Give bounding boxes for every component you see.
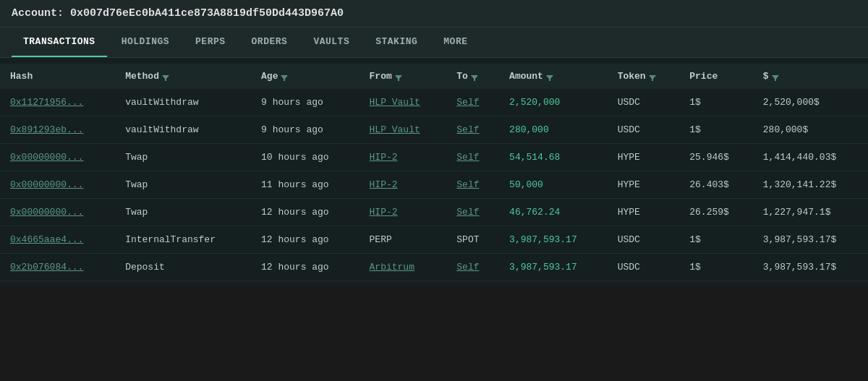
filter-icon[interactable] <box>649 73 656 80</box>
table-row: 0x00000000...Twap12 hours agoHIP-2Self46… <box>0 199 868 226</box>
amount-value: 2,520,000 <box>509 97 560 108</box>
col-header-hash: Hash <box>0 64 115 89</box>
col-header-token[interactable]: Token <box>608 64 680 89</box>
amount-value: 54,514.68 <box>509 152 560 163</box>
to-link[interactable]: Self <box>456 179 479 190</box>
table-row: 0x2b076084...Deposit12 hours agoArbitrum… <box>0 254 868 281</box>
filter-icon[interactable] <box>546 73 553 80</box>
cell-dollar: 1,227,947.1$ <box>753 199 868 226</box>
from-link[interactable]: HIP-2 <box>370 152 398 163</box>
cell-amount: 50,000 <box>499 171 608 199</box>
col-header-age[interactable]: Age <box>251 64 359 89</box>
table-container: HashMethod Age From To Amount Token Pric… <box>0 58 868 287</box>
cell-to[interactable]: Self <box>446 144 499 171</box>
from-link[interactable]: HIP-2 <box>370 179 398 190</box>
from-link[interactable]: HIP-2 <box>370 207 398 218</box>
cell-token: USDC <box>608 89 680 116</box>
cell-from[interactable]: HIP-2 <box>359 199 447 226</box>
table-row: 0x4665aae4...InternalTransfer12 hours ag… <box>0 226 868 254</box>
from-link[interactable]: Arbitrum <box>370 262 414 273</box>
cell-hash[interactable]: 0x891293eb... <box>0 116 115 144</box>
to-link[interactable]: Self <box>456 262 479 273</box>
cell-dollar: 1,320,141.22$ <box>753 171 868 199</box>
cell-hash[interactable]: 0x4665aae4... <box>0 226 115 254</box>
from-link[interactable]: HLP Vault <box>370 97 420 108</box>
cell-to[interactable]: Self <box>446 199 499 226</box>
tab-holdings[interactable]: HOLDINGS <box>110 27 181 57</box>
col-header-price: Price <box>679 64 753 89</box>
cell-hash[interactable]: 0x00000000... <box>0 171 115 199</box>
cell-to[interactable]: Self <box>446 89 499 116</box>
to-link[interactable]: Self <box>456 124 479 135</box>
col-header-method[interactable]: Method <box>115 64 251 89</box>
tab-more[interactable]: MORE <box>432 27 479 57</box>
cell-from[interactable]: HLP Vault <box>359 116 447 144</box>
svg-marker-6 <box>772 75 779 81</box>
col-header-amount[interactable]: Amount <box>499 64 608 89</box>
hash-link[interactable]: 0x11271956... <box>10 97 83 108</box>
filter-icon[interactable] <box>162 73 169 80</box>
filter-icon[interactable] <box>772 73 779 80</box>
cell-method: vaultWithdraw <box>115 116 251 144</box>
cell-age: 10 hours ago <box>251 144 359 171</box>
cell-from[interactable]: HLP Vault <box>359 89 447 116</box>
cell-hash[interactable]: 0x00000000... <box>0 199 115 226</box>
cell-to[interactable]: Self <box>446 171 499 199</box>
to-link[interactable]: Self <box>456 152 479 163</box>
cell-token: USDC <box>608 254 680 281</box>
tab-vaults[interactable]: VAULTS <box>302 27 361 57</box>
cell-dollar: 3,987,593.17$ <box>753 254 868 281</box>
to-link[interactable]: Self <box>456 207 479 218</box>
col-header-from[interactable]: From <box>359 64 447 89</box>
cell-hash[interactable]: 0x11271956... <box>0 89 115 116</box>
cell-age: 9 hours ago <box>251 89 359 116</box>
cell-hash[interactable]: 0x00000000... <box>0 144 115 171</box>
cell-dollar: 1,414,440.03$ <box>753 144 868 171</box>
from-link[interactable]: HLP Vault <box>370 124 420 135</box>
filter-icon[interactable] <box>471 73 478 80</box>
cell-to[interactable]: Self <box>446 116 499 144</box>
tab-perps[interactable]: PERPS <box>184 27 237 57</box>
cell-age: 12 hours ago <box>251 199 359 226</box>
cell-amount: 280,000 <box>499 116 608 144</box>
cell-price: 1$ <box>679 254 753 281</box>
cell-from[interactable]: Arbitrum <box>359 254 447 281</box>
hash-link[interactable]: 0x00000000... <box>10 179 83 190</box>
cell-hash[interactable]: 0x2b076084... <box>0 254 115 281</box>
cell-from[interactable]: HIP-2 <box>359 171 447 199</box>
cell-age: 12 hours ago <box>251 254 359 281</box>
cell-method: Deposit <box>115 254 251 281</box>
to-link[interactable]: Self <box>456 97 479 108</box>
cell-price: 26.259$ <box>679 199 753 226</box>
cell-price: 1$ <box>679 226 753 254</box>
svg-marker-0 <box>162 75 169 81</box>
hash-link[interactable]: 0x00000000... <box>10 207 83 218</box>
hash-link[interactable]: 0x00000000... <box>10 152 83 163</box>
cell-dollar: 3,987,593.17$ <box>753 226 868 254</box>
col-header-to[interactable]: To <box>446 64 499 89</box>
hash-link[interactable]: 0x2b076084... <box>10 262 83 273</box>
filter-icon[interactable] <box>281 73 288 80</box>
cell-to: SPOT <box>446 226 499 254</box>
svg-marker-1 <box>281 75 288 81</box>
amount-value: 46,762.24 <box>509 207 560 218</box>
svg-marker-5 <box>649 75 656 81</box>
cell-dollar: 2,520,000$ <box>753 89 868 116</box>
tab-staking[interactable]: STAKING <box>364 27 429 57</box>
tab-orders[interactable]: ORDERS <box>240 27 299 57</box>
account-title: Account: 0x007d76eEc0bA411ce873A8819df50… <box>12 7 344 20</box>
cell-to[interactable]: Self <box>446 254 499 281</box>
table-header-row: HashMethod Age From To Amount Token Pric… <box>0 64 868 89</box>
hash-link[interactable]: 0x4665aae4... <box>10 234 83 245</box>
tab-transactions[interactable]: TRANSACTIONS <box>12 27 107 57</box>
svg-marker-2 <box>395 75 402 81</box>
hash-link[interactable]: 0x891293eb... <box>10 124 83 135</box>
col-header-dollar[interactable]: $ <box>753 64 868 89</box>
cell-from[interactable]: HIP-2 <box>359 144 447 171</box>
cell-method: Twap <box>115 171 251 199</box>
filter-icon[interactable] <box>395 73 402 80</box>
svg-marker-4 <box>546 75 553 81</box>
cell-token: HYPE <box>608 199 680 226</box>
cell-dollar: 280,000$ <box>753 116 868 144</box>
cell-price: 25.946$ <box>679 144 753 171</box>
